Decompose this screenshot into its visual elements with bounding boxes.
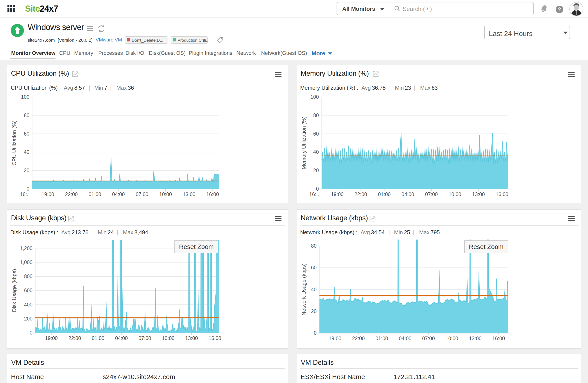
- svg-text:07:00: 07:00: [422, 336, 435, 341]
- svg-text:19:00: 19:00: [42, 192, 54, 197]
- svg-text:22:00: 22:00: [68, 335, 81, 341]
- svg-text:20: 20: [311, 308, 316, 314]
- svg-text:10:00: 10:00: [449, 192, 462, 197]
- svg-text:Network Usage (kbps): Network Usage (kbps): [301, 263, 307, 315]
- svg-text:13:00: 13:00: [472, 192, 485, 197]
- svg-text:20: 20: [313, 168, 319, 173]
- svg-text:60: 60: [24, 131, 29, 137]
- svg-text:22:00: 22:00: [355, 192, 367, 197]
- svg-text:60: 60: [311, 265, 316, 270]
- svg-text:600: 600: [24, 288, 32, 293]
- svg-text:0: 0: [30, 330, 32, 336]
- svg-text:04:00: 04:00: [399, 336, 412, 341]
- svg-text:100: 100: [311, 94, 319, 100]
- svg-text:16:..: 16:..: [309, 192, 319, 197]
- svg-text:07:00: 07:00: [136, 192, 148, 197]
- svg-text:04:00: 04:00: [112, 192, 125, 197]
- svg-text:16:00: 16:00: [206, 192, 219, 197]
- svg-text:13:00: 13:00: [185, 335, 198, 341]
- svg-text:?: ?: [558, 6, 561, 13]
- svg-text:80: 80: [24, 113, 29, 118]
- svg-text:80: 80: [311, 243, 316, 249]
- svg-text:400: 400: [24, 302, 32, 307]
- svg-text:04:00: 04:00: [115, 335, 128, 341]
- svg-text:19:00: 19:00: [45, 335, 58, 341]
- svg-text:0: 0: [316, 186, 319, 192]
- svg-text:22:00: 22:00: [65, 192, 78, 197]
- svg-text:04:00: 04:00: [401, 192, 414, 197]
- svg-text:60: 60: [313, 131, 319, 137]
- svg-text:07:00: 07:00: [425, 192, 438, 197]
- svg-text:10:00: 10:00: [446, 336, 458, 341]
- svg-text:CPU Utilization (%): CPU Utilization (%): [11, 121, 17, 165]
- svg-text:40: 40: [313, 149, 319, 155]
- svg-text:10:00: 10:00: [162, 335, 175, 341]
- svg-text:20: 20: [24, 168, 29, 173]
- svg-text:1,200: 1,200: [20, 245, 32, 251]
- svg-text:Disk Usage (kbps): Disk Usage (kbps): [11, 269, 17, 312]
- svg-text:13:00: 13:00: [183, 192, 195, 197]
- svg-text:0: 0: [26, 186, 29, 192]
- svg-text:1,000: 1,000: [20, 260, 32, 265]
- svg-text:13:00: 13:00: [469, 336, 482, 341]
- svg-text:10:00: 10:00: [159, 192, 172, 197]
- svg-text:19:00: 19:00: [331, 192, 344, 197]
- svg-text:40: 40: [24, 149, 29, 155]
- svg-text:Reset Zoom: Reset Zoom: [469, 243, 504, 250]
- svg-text:80: 80: [313, 113, 319, 118]
- svg-text:100: 100: [21, 94, 29, 100]
- svg-text:07:00: 07:00: [138, 335, 151, 341]
- svg-text:01:00: 01:00: [89, 192, 101, 197]
- svg-text:16:..: 16:..: [20, 192, 30, 197]
- svg-text:16:00: 16:00: [492, 336, 505, 341]
- svg-text:01:00: 01:00: [375, 336, 388, 341]
- svg-text:16:00: 16:00: [209, 335, 221, 341]
- svg-text:Reset Zoom: Reset Zoom: [179, 243, 214, 250]
- svg-text:200: 200: [24, 316, 32, 322]
- svg-text:Memory Utilization (%): Memory Utilization (%): [301, 117, 307, 169]
- svg-text:01:00: 01:00: [92, 335, 105, 341]
- svg-text:01:00: 01:00: [378, 192, 391, 197]
- svg-text:16:00: 16:00: [496, 192, 508, 197]
- svg-text:19:00: 19:00: [329, 336, 341, 341]
- svg-text:0: 0: [314, 330, 316, 336]
- svg-text:22:00: 22:00: [352, 336, 365, 341]
- svg-text:40: 40: [311, 287, 316, 292]
- svg-text:800: 800: [24, 274, 32, 279]
